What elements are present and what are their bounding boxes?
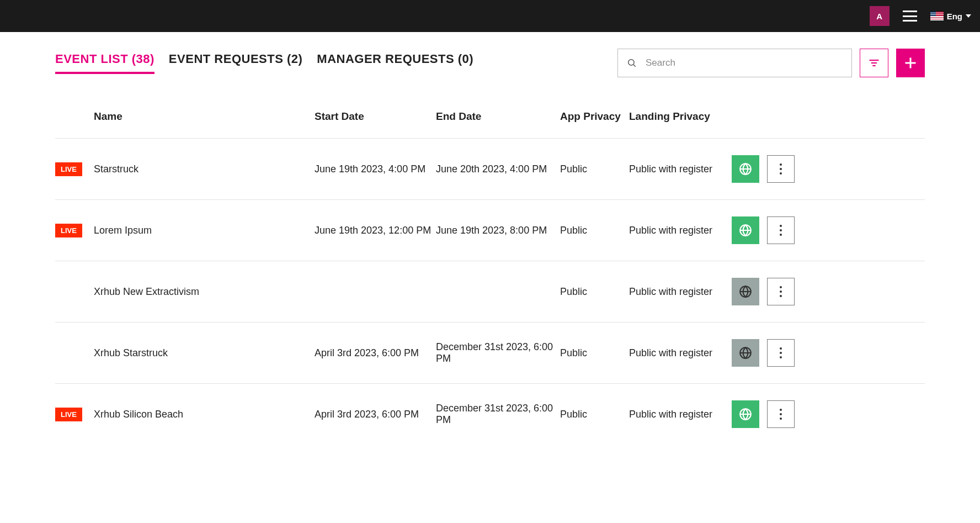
- filter-button[interactable]: [860, 49, 888, 77]
- tab-event-list[interactable]: EVENT LIST (38): [55, 52, 155, 74]
- cell-app-privacy: Public: [560, 225, 629, 236]
- globe-icon: [738, 162, 753, 176]
- more-button[interactable]: [767, 278, 795, 305]
- cell-app-privacy: Public: [560, 347, 629, 359]
- cell-start-date: April 3rd 2023, 6:00 PM: [315, 409, 436, 420]
- globe-icon: [738, 223, 753, 237]
- status-cell: LIVE: [55, 408, 94, 421]
- more-button[interactable]: [767, 216, 795, 244]
- actions-cell: [717, 155, 795, 183]
- dots-vertical-icon: [780, 409, 782, 420]
- search-icon: [627, 58, 637, 68]
- col-landing-privacy: Landing Privacy: [629, 110, 717, 123]
- globe-icon: [738, 407, 753, 421]
- cell-app-privacy: Public: [560, 286, 629, 298]
- table-row[interactable]: LIVEXrhub Silicon BeachApril 3rd 2023, 6…: [55, 383, 925, 445]
- cell-end-date: December 31st 2023, 6:00 PM: [436, 403, 560, 426]
- table-row[interactable]: LIVELorem IpsumJune 19th 2023, 12:00 PMJ…: [55, 199, 925, 261]
- menu-icon[interactable]: [903, 10, 917, 22]
- tab-manager-requests[interactable]: MANAGER REQUESTS (0): [317, 52, 473, 74]
- col-end-date: End Date: [436, 110, 560, 123]
- search-input[interactable]: [646, 57, 843, 68]
- status-cell: LIVE: [55, 162, 94, 176]
- avatar[interactable]: A: [870, 6, 890, 26]
- chevron-down-icon: [966, 14, 971, 18]
- actions-cell: [717, 216, 795, 244]
- language-selector[interactable]: Eng: [930, 12, 971, 21]
- dots-vertical-icon: [780, 163, 782, 175]
- actions-cell: [717, 278, 795, 305]
- cell-landing-privacy: Public with register: [629, 225, 717, 236]
- table-header: Name Start Date End Date App Privacy Lan…: [55, 105, 925, 138]
- top-bar: A Eng: [0, 0, 980, 32]
- cell-app-privacy: Public: [560, 409, 629, 420]
- table-row[interactable]: Xrhub StarstruckApril 3rd 2023, 6:00 PMD…: [55, 322, 925, 383]
- col-name: Name: [94, 110, 315, 123]
- globe-button[interactable]: [732, 278, 759, 305]
- cell-end-date: June 19th 2023, 8:00 PM: [436, 225, 560, 236]
- live-badge: LIVE: [55, 408, 82, 421]
- cell-name: Starstruck: [94, 163, 315, 175]
- tab-event-requests[interactable]: EVENT REQUESTS (2): [169, 52, 302, 74]
- plus-icon: [904, 56, 917, 70]
- dots-vertical-icon: [780, 225, 782, 236]
- table-row[interactable]: Xrhub New ExtractivismPublicPublic with …: [55, 261, 925, 322]
- col-app-privacy: App Privacy: [560, 110, 629, 123]
- globe-button[interactable]: [732, 400, 759, 428]
- globe-button[interactable]: [732, 339, 759, 367]
- cell-landing-privacy: Public with register: [629, 163, 717, 175]
- cell-landing-privacy: Public with register: [629, 286, 717, 298]
- cell-start-date: April 3rd 2023, 6:00 PM: [315, 347, 436, 359]
- svg-line-1: [633, 65, 636, 67]
- more-button[interactable]: [767, 400, 795, 428]
- globe-icon: [738, 284, 753, 299]
- cell-name: Xrhub Starstruck: [94, 347, 315, 359]
- dots-vertical-icon: [780, 347, 782, 358]
- cell-end-date: December 31st 2023, 6:00 PM: [436, 341, 560, 364]
- filter-icon: [869, 57, 880, 68]
- flag-us-icon: [930, 12, 944, 20]
- globe-button[interactable]: [732, 216, 759, 244]
- tabs: EVENT LIST (38) EVENT REQUESTS (2) MANAG…: [55, 52, 617, 74]
- add-button[interactable]: [896, 49, 925, 77]
- more-button[interactable]: [767, 155, 795, 183]
- cell-start-date: June 19th 2023, 12:00 PM: [315, 225, 436, 236]
- language-label: Eng: [947, 12, 962, 21]
- cell-app-privacy: Public: [560, 163, 629, 175]
- table-row[interactable]: LIVEStarstruckJune 19th 2023, 4:00 PMJun…: [55, 138, 925, 199]
- globe-button[interactable]: [732, 155, 759, 183]
- col-start-date: Start Date: [315, 110, 436, 123]
- dots-vertical-icon: [780, 286, 782, 297]
- more-button[interactable]: [767, 339, 795, 367]
- actions-cell: [717, 400, 795, 428]
- cell-end-date: June 20th 2023, 4:00 PM: [436, 163, 560, 175]
- live-badge: LIVE: [55, 162, 82, 176]
- cell-name: Xrhub New Extractivism: [94, 286, 315, 298]
- cell-start-date: June 19th 2023, 4:00 PM: [315, 163, 436, 175]
- status-cell: LIVE: [55, 224, 94, 237]
- cell-name: Xrhub Silicon Beach: [94, 409, 315, 420]
- actions-cell: [717, 339, 795, 367]
- cell-landing-privacy: Public with register: [629, 409, 717, 420]
- search-box[interactable]: [617, 49, 852, 77]
- cell-landing-privacy: Public with register: [629, 347, 717, 359]
- svg-point-0: [629, 60, 635, 66]
- live-badge: LIVE: [55, 224, 82, 237]
- events-table: Name Start Date End Date App Privacy Lan…: [55, 105, 925, 445]
- cell-name: Lorem Ipsum: [94, 225, 315, 236]
- globe-icon: [738, 346, 753, 360]
